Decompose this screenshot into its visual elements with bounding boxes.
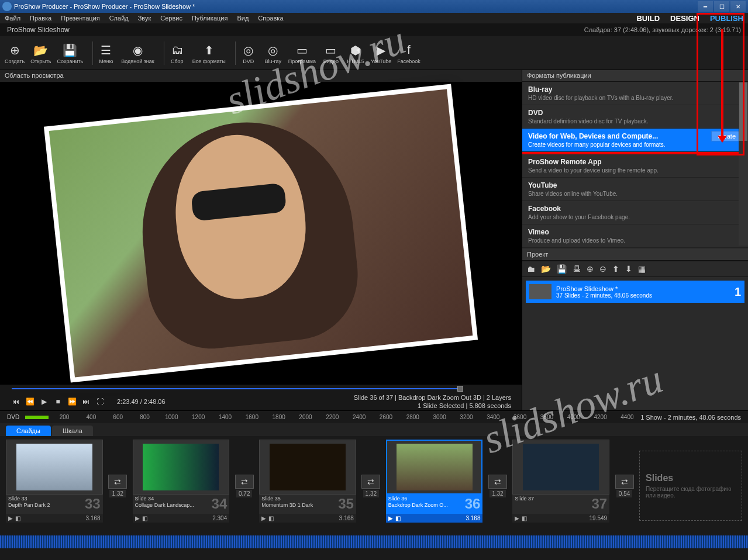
tab-build[interactable]: BUILD (636, 14, 660, 23)
proj-open-icon[interactable]: 📂 (541, 264, 551, 274)
toolbar-Создать[interactable]: ⊕Создать (5, 42, 25, 64)
menu-sound[interactable]: Звук (138, 15, 151, 22)
transition[interactable]: ⇄1.32 (106, 440, 129, 532)
transition[interactable]: ⇄0.54 (613, 440, 636, 532)
annotation-arrow (721, 29, 723, 141)
publish-list[interactable]: Blu-rayHD video disc for playback on TVs… (522, 82, 748, 249)
toolbar-Сбор[interactable]: 🗂Сбор (168, 42, 187, 64)
slide-card[interactable]: Slide 3737▶◧19.549 (512, 440, 609, 532)
stop-button[interactable]: ■ (53, 396, 63, 407)
fullscreen-button[interactable]: ⛶ (95, 396, 105, 407)
publish-item[interactable]: Blu-rayHD video disc for playback on TVs… (522, 82, 748, 105)
project-item-num: 1 (735, 285, 741, 299)
first-button[interactable]: ⏮ (11, 396, 21, 407)
menu-edit[interactable]: Правка (30, 15, 51, 22)
slide-card[interactable]: Slide 35Momentum 3D 1 Dark35▶◧3.168 (259, 440, 356, 532)
show-info: 1 Show - 2 minutes, 48.06 seconds (640, 414, 741, 421)
toolbar: ⊕Создать📂Открыть💾Сохранить☰Меню◉Водяной … (0, 36, 748, 70)
scrub-bar[interactable] (0, 385, 522, 393)
time-display: 2:23.49 / 2:48.06 (117, 398, 166, 405)
menu-slide[interactable]: Слайд (109, 15, 129, 22)
project-title: ProShow Slideshow (7, 26, 70, 34)
forward-button[interactable]: ⏩ (67, 396, 77, 407)
project-item-title: ProShow Slideshow * (556, 285, 652, 292)
toolbar-Водяной знак[interactable]: ◉Водяной знак (121, 42, 154, 64)
tab-scale[interactable]: Шкала (52, 426, 93, 436)
timeline-tabs: Слайды Шкала (0, 423, 748, 436)
menubar: Файл Правка Презентация Слайд Звук Серви… (0, 13, 748, 23)
scrollbar[interactable] (739, 82, 748, 246)
preview-area[interactable] (0, 82, 522, 385)
transport-controls: ⏮ ⏪ ▶ ■ ⏩ ⏭ ⛶ 2:23.49 / 2:48.06 Slide 36… (0, 393, 522, 410)
last-button[interactable]: ⏭ (81, 396, 91, 407)
transition[interactable]: ⇄1.32 (360, 440, 382, 532)
maximize-button[interactable]: ☐ (714, 1, 729, 12)
toolbar-Программа[interactable]: ▭Программа (288, 42, 316, 64)
proj-print-icon[interactable]: 🖶 (573, 264, 581, 274)
proj-new-icon[interactable]: 🖿 (527, 264, 535, 274)
slide-strip[interactable]: Slide 33Depth Pan Dark 233▶◧3.168⇄1.32Sl… (0, 436, 748, 535)
tab-slides[interactable]: Слайды (6, 426, 51, 436)
toolbar-Сохранить[interactable]: 💾Сохранить (57, 42, 84, 64)
toolbar-Все форматы[interactable]: ⬆Все форматы (192, 42, 226, 64)
project-status: Слайдов: 37 (2:48.06), звуковых дорожек:… (584, 26, 741, 33)
menu-help[interactable]: Справка (258, 15, 283, 22)
drop-zone[interactable]: SlidesПеретащите сюда фотографию или вид… (639, 451, 742, 521)
minimize-button[interactable]: ━ (698, 1, 713, 12)
audio-waveform[interactable] (0, 535, 748, 548)
menu-file[interactable]: Файл (5, 15, 20, 22)
publish-item[interactable]: DVDStandard definition video disc for TV… (522, 105, 748, 129)
app-icon (2, 2, 12, 11)
transition[interactable]: ⇄0.72 (233, 440, 256, 532)
proj-up-icon[interactable]: ⬆ (612, 264, 619, 274)
toolbar-Blu-ray[interactable]: ◎Blu-ray (264, 42, 282, 64)
preview-header: Область просмотра (0, 70, 522, 82)
publish-item[interactable]: YouTubeShare videos online with YouTube. (522, 178, 748, 201)
tab-publish[interactable]: PUBLISH (710, 14, 743, 23)
slide-card[interactable]: Slide 36Backdrop Dark Zoom O...36▶◧3.168 (386, 440, 483, 532)
ruler-marker (25, 416, 49, 419)
publish-item[interactable]: FacebookAdd your show to your Facebook p… (522, 201, 748, 224)
rewind-button[interactable]: ⏪ (25, 396, 35, 407)
ruler-bar: DVD 200400600800100012001400160018002000… (0, 410, 748, 423)
toolbar-DVD[interactable]: ◎DVD (239, 42, 258, 64)
proj-down-icon[interactable]: ⬇ (625, 264, 632, 274)
preview-photo (44, 84, 478, 383)
transition[interactable]: ⇄1.32 (486, 440, 509, 532)
proj-grid-icon[interactable]: ▦ (638, 264, 646, 274)
project-thumb (529, 284, 551, 299)
slide-info-line2: 1 Slide Selected | 5.808 seconds (354, 402, 511, 410)
menu-presentation[interactable]: Презентация (61, 15, 99, 22)
toolbar-Меню[interactable]: ☰Меню (96, 42, 115, 64)
publish-item[interactable]: createVideo for Web, Devices and Compute… (522, 129, 748, 152)
publish-item[interactable]: VimeoProduce and upload videos to Vimeo. (522, 224, 748, 248)
project-toolbar: 🖿 📂 💾 🖶 ⊕ ⊖ ⬆ ⬇ ▦ (522, 261, 748, 277)
toolbar-Открыть[interactable]: 📂Открыть (30, 42, 51, 64)
proj-add-icon[interactable]: ⊕ (587, 264, 594, 274)
tab-design[interactable]: DESIGN (670, 14, 699, 23)
project-item-sub: 37 Slides - 2 minutes, 48.06 seconds (556, 292, 652, 299)
titlebar: ProShow Producer - ProShow Producer - Pr… (0, 0, 748, 13)
menu-publish[interactable]: Публикация (192, 15, 227, 22)
publish-item[interactable]: ProShow Remote AppSend a video to your d… (522, 154, 748, 178)
window-title: ProShow Producer - ProShow Producer - Pr… (14, 3, 195, 10)
project-header: Проект (522, 249, 748, 261)
slide-info-line1: Slide 36 of 37 | Backdrop Dark Zoom Out … (354, 393, 511, 402)
toolbar-YouTube[interactable]: ▶YouTube (371, 42, 391, 64)
menu-view[interactable]: Вид (237, 15, 249, 22)
play-button[interactable]: ▶ (39, 396, 49, 407)
ruler-label: DVD (7, 414, 19, 420)
slide-card[interactable]: Slide 34Collage Dark Landscap...34▶◧2.30… (133, 440, 230, 532)
toolbar-Видео[interactable]: ▭Видео (322, 42, 340, 64)
publish-header: Форматы публикации (522, 70, 748, 82)
proj-remove-icon[interactable]: ⊖ (599, 264, 606, 274)
close-button[interactable]: ✕ (730, 1, 746, 12)
toolbar-HTML5[interactable]: ⬢HTML5 (346, 42, 365, 64)
toolbar-Facebook[interactable]: fFacebook (397, 42, 420, 64)
project-item[interactable]: ProShow Slideshow * 37 Slides - 2 minute… (526, 281, 744, 303)
menu-service[interactable]: Сервис (160, 15, 182, 22)
proj-save-icon[interactable]: 💾 (557, 264, 567, 274)
infobar: ProShow Slideshow Слайдов: 37 (2:48.06),… (0, 23, 748, 36)
slide-card[interactable]: Slide 33Depth Pan Dark 233▶◧3.168 (6, 440, 103, 532)
